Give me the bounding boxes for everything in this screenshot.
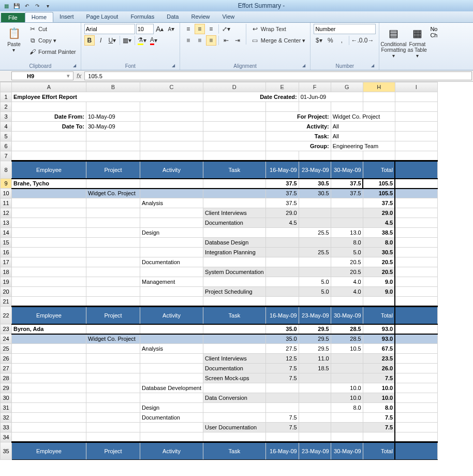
row-header[interactable]: 21 [1, 297, 12, 307]
cell[interactable]: Activity [140, 442, 203, 460]
worksheet[interactable]: ABCDEFGHI 1Employee Effort ReportDate Cr… [0, 82, 473, 476]
cell[interactable] [12, 198, 86, 208]
cell[interactable] [265, 248, 299, 257]
cell[interactable] [395, 161, 437, 179]
cell[interactable] [86, 208, 140, 218]
cell[interactable]: 25.5 [299, 248, 331, 257]
cell[interactable] [86, 151, 140, 161]
cell[interactable] [395, 373, 437, 383]
cell[interactable] [203, 383, 265, 393]
cell[interactable] [12, 277, 86, 287]
cell[interactable] [86, 393, 140, 403]
cell[interactable] [203, 344, 265, 354]
row-header[interactable]: 32 [1, 413, 12, 423]
fill-color-button[interactable]: ⚗▾ [137, 35, 147, 46]
underline-button[interactable]: U▾ [107, 35, 117, 46]
cell[interactable] [12, 393, 86, 403]
name-box-input[interactable] [15, 73, 46, 79]
cell[interactable] [395, 151, 437, 161]
cell[interactable] [140, 287, 203, 297]
cell[interactable]: 7.5 [363, 413, 395, 423]
cell[interactable] [265, 393, 299, 403]
cell[interactable] [86, 248, 140, 257]
cell[interactable]: User Documentation [203, 423, 265, 432]
cell[interactable] [86, 102, 140, 112]
row-header[interactable]: 11 [1, 198, 12, 208]
cell[interactable] [12, 151, 86, 161]
cell[interactable]: 5.0 [331, 248, 363, 257]
row-header[interactable]: 8 [1, 161, 12, 179]
cell[interactable]: 30.5 [299, 179, 331, 189]
cell[interactable] [395, 112, 437, 122]
cell[interactable]: 7.5 [265, 373, 299, 383]
cell[interactable] [363, 151, 395, 161]
cell[interactable]: 4.0 [331, 277, 363, 287]
cell[interactable]: 8.0 [363, 403, 395, 413]
cell[interactable] [140, 102, 203, 112]
cell[interactable]: 35.0 [265, 324, 299, 334]
cell[interactable]: Employee [12, 161, 86, 179]
cell[interactable]: 28.5 [331, 324, 363, 334]
cell[interactable]: 7.5 [265, 413, 299, 423]
cell[interactable] [299, 267, 331, 277]
cell[interactable] [299, 151, 331, 161]
cell[interactable] [299, 393, 331, 403]
cell[interactable]: 93.0 [363, 324, 395, 334]
cell[interactable] [363, 92, 395, 102]
cell[interactable]: Screen Mock-ups [203, 373, 265, 383]
alignment-dialog-icon[interactable]: ◢ [301, 63, 307, 69]
comma-format-button[interactable]: , [336, 35, 347, 46]
cell[interactable]: Widget Co. Project [331, 112, 395, 122]
cell[interactable] [299, 423, 331, 432]
file-tab[interactable]: File [1, 13, 25, 22]
row-header[interactable]: 22 [1, 307, 12, 324]
cell[interactable] [86, 287, 140, 297]
cell[interactable]: Project [86, 161, 140, 179]
col-header-D[interactable]: D [203, 82, 265, 92]
row-header[interactable]: 3 [1, 112, 12, 122]
col-header-E[interactable]: E [265, 82, 299, 92]
cell[interactable] [12, 334, 86, 344]
cell[interactable]: Brahe, Tycho [12, 179, 86, 189]
cell[interactable] [140, 248, 203, 257]
row-header[interactable]: 1 [1, 92, 12, 102]
percent-format-button[interactable]: % [325, 35, 335, 46]
align-left-icon[interactable]: ≡ [183, 35, 194, 46]
cell[interactable]: 26.0 [363, 364, 395, 373]
cell[interactable] [12, 403, 86, 413]
row-header[interactable]: 17 [1, 257, 12, 267]
row-header[interactable]: 35 [1, 442, 12, 460]
cell[interactable] [86, 324, 140, 334]
cell[interactable]: 28.5 [331, 334, 363, 344]
cell[interactable]: 7.5 [265, 364, 299, 373]
cell[interactable]: Task [203, 161, 265, 179]
cell[interactable]: 13.0 [331, 228, 363, 238]
cell[interactable] [203, 324, 265, 334]
cell[interactable] [395, 132, 437, 141]
cell[interactable] [203, 141, 265, 151]
cell[interactable] [395, 423, 437, 432]
cell[interactable] [395, 228, 437, 238]
font-dialog-icon[interactable]: ◢ [170, 63, 176, 69]
cell[interactable]: 30-May-09 [331, 161, 363, 179]
cell[interactable]: Employee [12, 307, 86, 324]
cell[interactable]: Employee [12, 442, 86, 460]
cell[interactable]: 20.5 [331, 257, 363, 267]
cell[interactable] [140, 373, 203, 383]
cell[interactable]: 9.0 [363, 287, 395, 297]
cell[interactable] [140, 324, 203, 334]
cell[interactable]: 23-May-09 [299, 442, 331, 460]
cell[interactable] [12, 228, 86, 238]
cell[interactable]: 35.0 [265, 334, 299, 344]
cell[interactable]: Byron, Ada [12, 324, 86, 334]
cell[interactable] [12, 102, 86, 112]
col-header-G[interactable]: G [331, 82, 363, 92]
cell[interactable]: 16-May-09 [265, 161, 299, 179]
cell[interactable]: Group: [265, 141, 331, 151]
cell[interactable] [12, 267, 86, 277]
cell[interactable]: Documentation [140, 413, 203, 423]
name-box-dropdown-icon[interactable]: ▾ [67, 73, 70, 79]
align-right-icon[interactable]: ≡ [206, 35, 216, 46]
cell[interactable] [86, 297, 140, 307]
cell[interactable]: 27.5 [265, 344, 299, 354]
